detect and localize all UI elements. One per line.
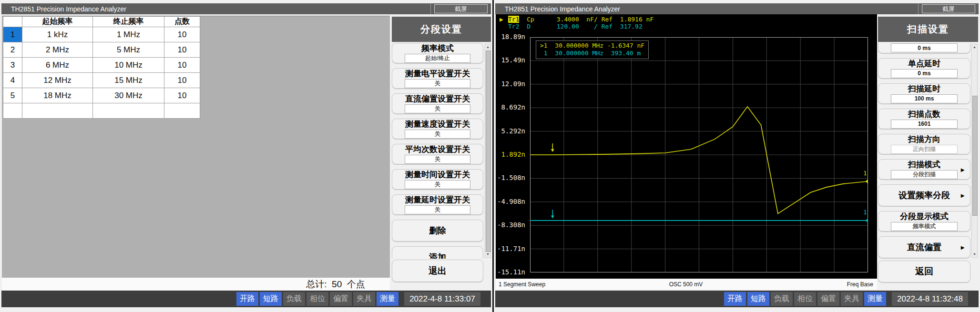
button-label: 扫描延时 bbox=[908, 84, 940, 94]
scroll-down-icon[interactable]: ▼ bbox=[972, 252, 977, 257]
add-button[interactable]: 添加 bbox=[392, 246, 483, 259]
status-toggle[interactable]: 夹具 bbox=[841, 292, 863, 306]
scrollbar-thumb[interactable] bbox=[486, 50, 491, 252]
sweep-settings-header: 扫描设置 bbox=[878, 17, 978, 42]
status-toggle[interactable]: 相位 bbox=[306, 292, 328, 306]
status-toggle[interactable]: 开路 bbox=[236, 292, 258, 306]
status-toggle[interactable]: 测量 bbox=[864, 292, 886, 306]
sweep-points-button[interactable]: 扫描点数1601 bbox=[878, 109, 970, 129]
table-cell[interactable]: 10 bbox=[164, 88, 200, 103]
sweep-type-label: 1 Segment Sweep bbox=[496, 281, 623, 288]
table-cell[interactable]: 10 bbox=[164, 42, 200, 58]
freq-mode-button[interactable]: 频率模式起始/终止 bbox=[392, 43, 483, 63]
status-toggle[interactable]: 相位 bbox=[794, 292, 816, 306]
row-number-cell[interactable]: 4 bbox=[3, 73, 22, 88]
delete-button[interactable]: 删除 bbox=[392, 220, 483, 242]
row-number-cell[interactable]: 5 bbox=[3, 88, 22, 103]
scroll-up-icon[interactable]: ▲ bbox=[485, 44, 490, 50]
screen-capture-button[interactable]: 截屏 bbox=[922, 4, 975, 13]
button-label: 频率模式 bbox=[421, 44, 454, 53]
right-panel-scrollbar[interactable]: ▲ ▼ bbox=[971, 44, 978, 258]
scroll-down-icon[interactable]: ▼ bbox=[485, 252, 490, 257]
scroll-up-icon[interactable]: ▲ bbox=[972, 44, 977, 50]
right-title-bar: TH2851 Precision Impedance Analyzer 截屏 bbox=[495, 3, 979, 14]
status-toggle[interactable]: 测量 bbox=[377, 292, 398, 306]
sweep-mode-button[interactable]: 扫描模式分段扫描► bbox=[878, 159, 970, 180]
status-toggle[interactable]: 偏置 bbox=[817, 292, 839, 306]
table-cell[interactable]: 2 MHz bbox=[22, 42, 93, 58]
table-corner-cell bbox=[3, 17, 22, 27]
return-button[interactable]: 返回 bbox=[878, 261, 970, 282]
table-cell[interactable]: 10 MHz bbox=[93, 58, 164, 73]
segment-table-area: 起始频率终止频率点数11 kHz1 MHz1022 MHz5 MHz1036 M… bbox=[2, 16, 390, 278]
marker-readout: >1 30.000000 MHz -1.6347 nF 1 30.000000 … bbox=[536, 40, 649, 59]
status-toggle[interactable]: 短路 bbox=[747, 292, 769, 306]
sweep-delay-button[interactable]: 扫描延时100 ms bbox=[878, 83, 970, 104]
row-number-cell[interactable]: 1 bbox=[3, 27, 22, 42]
table-cell[interactable]: 12 MHz bbox=[22, 73, 93, 88]
table-cell[interactable]: 10 bbox=[164, 27, 200, 42]
level-switch-button[interactable]: 测量电平设置开关关 bbox=[392, 68, 483, 89]
row-number-cell[interactable]: 3 bbox=[3, 58, 22, 73]
status-toggle[interactable]: 负载 bbox=[283, 292, 305, 306]
status-toggle[interactable]: 偏置 bbox=[330, 292, 352, 306]
total-points-label: 总计: 50 个点 bbox=[306, 278, 365, 291]
table-cell[interactable]: 1 MHz bbox=[93, 27, 164, 42]
table-row[interactable]: 22 MHz5 MHz10 bbox=[3, 42, 200, 58]
segment-table[interactable]: 起始频率终止频率点数11 kHz1 MHz1022 MHz5 MHz1036 M… bbox=[3, 16, 200, 119]
table-cell[interactable] bbox=[93, 103, 164, 119]
table-row[interactable] bbox=[3, 103, 200, 119]
status-toggle[interactable]: 负载 bbox=[771, 292, 793, 306]
button-value: 关 bbox=[405, 130, 471, 139]
table-row[interactable]: 518 MHz30 MHz10 bbox=[3, 88, 200, 103]
titlebar-separator bbox=[430, 3, 431, 14]
table-cell[interactable] bbox=[22, 103, 93, 119]
window-title: TH2851 Precision Impedance Analyzer bbox=[1, 5, 430, 13]
table-cell[interactable]: 10 bbox=[164, 58, 200, 73]
screen-capture-button[interactable]: 截屏 bbox=[434, 4, 488, 13]
exit-button[interactable]: 退出 bbox=[392, 260, 483, 282]
clock: 2022-4-8 11:33:07 bbox=[404, 292, 480, 306]
dc-bias-button[interactable]: 直流偏置► bbox=[878, 236, 970, 258]
table-cell[interactable] bbox=[164, 103, 200, 119]
status-toggle[interactable]: 短路 bbox=[260, 292, 282, 306]
chart-footer: 1 Segment Sweep OSC 500 mV Freq Base bbox=[496, 279, 877, 290]
table-cell[interactable]: 1 kHz bbox=[22, 27, 93, 42]
set-freq-segments-button[interactable]: 设置频率分段► bbox=[878, 184, 970, 206]
y-axis-tick-label: 8.692n bbox=[501, 103, 525, 111]
table-cell[interactable]: 18 MHz bbox=[22, 88, 93, 103]
table-row[interactable]: 412 MHz15 MHz10 bbox=[3, 73, 200, 88]
point-delay-button[interactable]: 单点延时0 ms bbox=[878, 58, 970, 79]
marker1-trace1-value: >1 30.000000 MHz -1.6347 nF bbox=[540, 42, 644, 50]
segment-display-mode-button[interactable]: 分段显示模式频率模式 bbox=[878, 211, 970, 231]
sweep-direction-button[interactable]: 扫描方向正向扫描 bbox=[878, 134, 970, 154]
status-toggle[interactable]: 开路 bbox=[724, 292, 746, 306]
status-toggle[interactable]: 夹具 bbox=[353, 292, 375, 306]
segment-settings-button-list: 频率模式起始/终止测量电平设置开关关直流偏置设置开关关测量速度设置开关关平均次数… bbox=[392, 43, 483, 259]
table-cell[interactable]: 6 MHz bbox=[22, 58, 93, 73]
table-cell[interactable]: 5 MHz bbox=[93, 42, 164, 58]
clipped-delay-button[interactable]: 0 ms bbox=[878, 43, 970, 53]
table-row[interactable]: 36 MHz10 MHz10 bbox=[3, 58, 200, 73]
total-strip: 总计: 50 个点 bbox=[2, 278, 390, 291]
average-switch-button[interactable]: 平均次数设置开关关 bbox=[392, 144, 483, 164]
segment-arrow-icon bbox=[551, 216, 554, 219]
plot-area: 11 bbox=[530, 37, 868, 272]
row-number-cell[interactable]: 2 bbox=[3, 42, 22, 58]
button-label: 设置频率分段 bbox=[898, 191, 950, 200]
scrollbar-thumb[interactable] bbox=[972, 96, 978, 216]
button-label: 测量时间设置开关 bbox=[405, 170, 470, 180]
meas-time-switch-button[interactable]: 测量时间设置开关关 bbox=[392, 169, 483, 190]
column-header: 起始频率 bbox=[22, 17, 93, 27]
meas-delay-switch-button[interactable]: 测量延时设置开关关 bbox=[392, 194, 483, 215]
table-cell[interactable]: 15 MHz bbox=[93, 73, 164, 88]
speed-switch-button[interactable]: 测量速度设置开关关 bbox=[392, 119, 483, 139]
table-row[interactable]: 11 kHz1 MHz10 bbox=[3, 27, 200, 42]
table-cell[interactable]: 10 bbox=[164, 73, 200, 88]
row-number-cell[interactable] bbox=[3, 103, 22, 119]
dc-bias-switch-button[interactable]: 直流偏置设置开关关 bbox=[392, 93, 483, 114]
marker1-trace2-value: 1 30.000000 MHz 393.40 m bbox=[540, 50, 644, 57]
left-panel-scrollbar[interactable]: ▲ ▼ bbox=[485, 44, 491, 258]
marker-number-label: 1 bbox=[863, 170, 867, 177]
table-cell[interactable]: 30 MHz bbox=[93, 88, 164, 103]
